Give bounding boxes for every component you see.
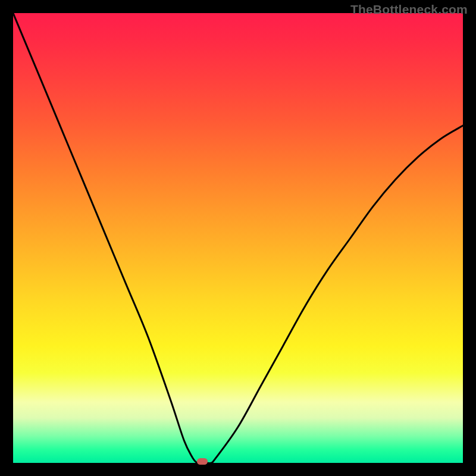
curve-svg — [13, 13, 463, 463]
plot-area — [13, 13, 463, 463]
watermark-text: TheBottleneck.com — [350, 2, 468, 17]
minimum-marker — [197, 458, 208, 465]
curve-path — [13, 13, 463, 463]
chart-frame: TheBottleneck.com — [0, 0, 476, 476]
